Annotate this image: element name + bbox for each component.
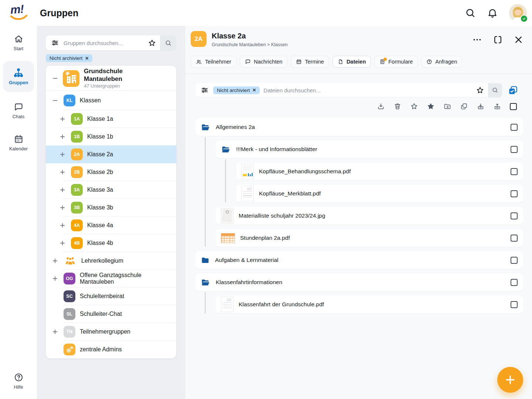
file-thumbnail <box>221 208 233 224</box>
expand-icon[interactable] <box>57 150 68 159</box>
tree-item-zentrale-admins[interactable]: zentrale Admins <box>46 341 176 358</box>
row-checkbox[interactable] <box>511 301 518 308</box>
tree-item-schulleiter-chat[interactable]: SL Schulleiter-Chat <box>46 305 176 323</box>
tab-termine[interactable]: Termine <box>291 56 329 68</box>
expand-icon[interactable] <box>57 203 68 212</box>
select-all-checkbox[interactable] <box>510 103 517 110</box>
row-checkbox[interactable] <box>511 279 518 286</box>
close-panel-button[interactable] <box>514 35 524 45</box>
folder-row-klassenfahrt[interactable]: Klassenfahrtinformationen <box>195 273 523 291</box>
favorite-filter-button[interactable] <box>147 38 156 47</box>
expand-icon[interactable] <box>50 256 61 265</box>
download-button[interactable] <box>377 102 385 110</box>
tab-teilnehmer[interactable]: Teilnehmer <box>191 56 236 68</box>
app-logo[interactable]: m! <box>8 2 30 24</box>
global-search-button[interactable] <box>465 7 476 18</box>
group-badge: TN <box>64 326 75 338</box>
group-label: Schulelternbeirat <box>80 293 124 300</box>
move-to-folder-button[interactable] <box>443 102 451 110</box>
row-checkbox[interactable] <box>511 257 518 264</box>
tree-item-klasse-2a[interactable]: 2A Klasse 2a <box>46 146 176 163</box>
tree-item-klasse-3b[interactable]: 3B Klasse 3b <box>46 199 176 216</box>
tree-item-klasse-4b[interactable]: 4B Klasse 4b <box>46 234 176 252</box>
files-filter-chip[interactable]: Nicht archiviert ✕ <box>213 86 260 94</box>
tree-item-klasse-1b[interactable]: 1B Klasse 1b <box>46 128 176 146</box>
tree-item-klasse-1a[interactable]: 1A Klasse 1a <box>46 110 176 128</box>
tree-item-lehrerkollegium[interactable]: Lehrerkollegium <box>46 252 176 270</box>
files-search-submit-button[interactable] <box>488 83 502 97</box>
folder-open-icon <box>201 277 211 287</box>
people-group-icon <box>64 255 76 267</box>
unarchive-button[interactable] <box>493 102 501 110</box>
messages-icon <box>245 59 251 65</box>
row-checkbox[interactable] <box>511 190 518 197</box>
tree-item-schulelternbeirat[interactable]: SC Schulelternbeirat <box>46 287 176 305</box>
files-search-input[interactable]: Dateien durchsuchen... <box>263 87 475 93</box>
file-row-behandlungsschema[interactable]: Kopfläuse_Behandlungsschema.pdf <box>236 163 523 180</box>
check-icon <box>521 16 527 21</box>
tab-label: Dateien <box>347 59 366 65</box>
archive-button[interactable] <box>477 102 485 110</box>
tree-item-root-school[interactable]: Grundschule Mantauleben 47 Untergruppen <box>46 66 176 91</box>
folder-row-allgemeines-2a[interactable]: Allgemeines 2a <box>195 118 523 136</box>
tree-item-teilnehmergruppen[interactable]: TN Teilnehmergruppen <box>46 323 176 341</box>
collapse-icon[interactable] <box>50 74 61 83</box>
files-search-bar[interactable]: Nicht archiviert ✕ Dateien durchsuchen..… <box>195 83 502 97</box>
chip-remove-icon[interactable]: ✕ <box>85 56 89 61</box>
tab-nachrichten[interactable]: Nachrichten <box>240 56 287 68</box>
tree-item-klassen[interactable]: KL Klassen <box>46 91 176 110</box>
notifications-button[interactable] <box>487 7 498 18</box>
tab-anfragen[interactable]: Anfragen <box>421 56 462 68</box>
groups-search-input[interactable]: Gruppen durchsuchen... <box>64 40 147 46</box>
expand-icon <box>493 35 503 45</box>
row-checkbox[interactable] <box>511 168 518 175</box>
tab-formulare[interactable]: Formulare <box>374 56 418 68</box>
file-row-materialliste[interactable]: Materialliste schuljahr 2023/24.jpg <box>216 207 523 225</box>
nav-item-kalender[interactable]: Kalender <box>0 134 37 151</box>
collapse-icon[interactable] <box>50 96 61 105</box>
row-checkbox[interactable] <box>511 235 518 242</box>
user-avatar[interactable] <box>509 4 527 22</box>
filter-sliders-icon[interactable] <box>51 39 59 47</box>
nav-item-start[interactable]: Start <box>0 34 37 51</box>
expand-icon[interactable] <box>57 239 68 248</box>
expand-icon[interactable] <box>50 274 61 283</box>
expand-icon[interactable] <box>50 327 61 336</box>
favorite-filter-button[interactable] <box>475 86 484 95</box>
tree-item-ganztagsschule[interactable]: OG Offene Ganztagsschule Mantauleben <box>46 270 176 287</box>
delete-button[interactable] <box>393 102 402 110</box>
tab-dateien[interactable]: Dateien <box>332 56 371 68</box>
chip-remove-icon[interactable]: ✕ <box>252 88 256 93</box>
filter-chip[interactable]: Nicht archiviert ✕ <box>46 54 92 62</box>
file-row-klassenfahrt-pdf[interactable]: Klassenfahrt der Grundschule.pdf <box>216 296 523 313</box>
expand-icon[interactable] <box>57 115 68 123</box>
folder-row-merkblaetter[interactable]: !!!Merk - und Informationsblätter <box>216 140 523 158</box>
row-checkbox[interactable] <box>511 212 518 219</box>
groups-search-submit-button[interactable] <box>160 35 176 50</box>
copy-button[interactable] <box>460 102 468 110</box>
fullscreen-button[interactable] <box>493 35 503 45</box>
tab-label: Teilnehmer <box>205 59 231 65</box>
groups-search-bar[interactable]: Gruppen durchsuchen... <box>46 35 176 50</box>
row-checkbox[interactable] <box>511 124 518 131</box>
add-file-button[interactable] <box>497 367 523 393</box>
tree-item-klasse-2b[interactable]: 2B Klasse 2b <box>46 163 176 181</box>
row-checkbox[interactable] <box>511 146 518 153</box>
nav-item-chats[interactable]: Chats <box>0 102 37 119</box>
file-row-merkblatt[interactable]: Kopfläuse_Merkblatt.pdf <box>236 185 523 202</box>
tree-item-klasse-4a[interactable]: 4A Klasse 4a <box>46 216 176 234</box>
nav-item-gruppen[interactable]: Gruppen <box>3 61 34 92</box>
favorite-button[interactable] <box>410 102 418 110</box>
folder-row-aufgaben[interactable]: Aufgaben & Lernmaterial <box>195 251 523 269</box>
expand-icon[interactable] <box>57 185 68 194</box>
more-options-button[interactable] <box>472 35 482 45</box>
unfavorite-button[interactable] <box>427 102 435 110</box>
multi-select-button[interactable] <box>507 85 518 96</box>
nav-item-hilfe[interactable]: Hilfe <box>0 372 37 390</box>
tree-item-klasse-3a[interactable]: 3A Klasse 3a <box>46 181 176 199</box>
expand-icon[interactable] <box>57 168 68 177</box>
filter-sliders-icon[interactable] <box>201 86 209 94</box>
expand-icon[interactable] <box>57 132 68 141</box>
expand-icon[interactable] <box>57 221 68 230</box>
file-row-stundenplan[interactable]: Stundenplan 2a.pdf <box>216 229 523 247</box>
